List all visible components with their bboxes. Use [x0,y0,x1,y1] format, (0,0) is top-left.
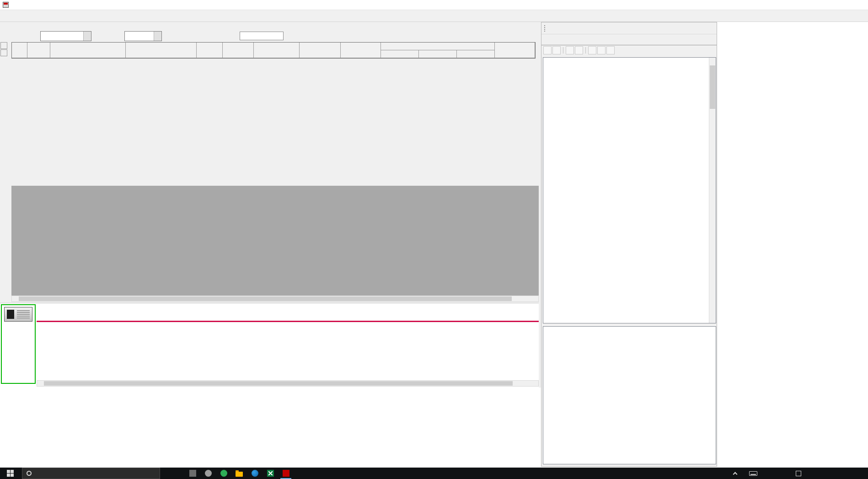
app-icon [252,470,258,477]
file-explorer-icon[interactable] [231,468,247,479]
hidden-icons-chevron-icon[interactable] [733,472,738,477]
notification-center-icon[interactable] [796,471,801,476]
chevron-down-icon[interactable] [83,32,91,41]
view-grid-icon[interactable] [543,46,552,54]
scroll-right-icon[interactable] [532,381,538,386]
app-icon [267,470,274,477]
sort-az-icon[interactable] [552,46,561,54]
header-remote-points [300,43,341,58]
header-model [50,43,126,58]
configuration-pane [0,22,539,303]
network-trunk-line [37,321,539,322]
collapse-all-icon[interactable] [575,46,583,54]
header-send [381,50,419,58]
station-table [11,42,536,59]
link-scan-time-value [240,32,284,40]
header-auto [457,50,495,58]
header-extended-cyclic [254,43,300,58]
browser-icon[interactable] [247,468,263,479]
header-buffer-group [381,43,495,50]
scrollbar-track[interactable] [709,65,716,316]
header-occupied-stations [223,43,254,58]
empty-table-area [11,186,539,296]
app-icon [220,470,227,477]
search-icon [27,471,32,476]
header-receive [419,50,457,58]
header-version [197,43,223,58]
panel-close-icon[interactable] [707,25,714,32]
scroll-left-icon[interactable] [37,381,43,386]
taskbar [0,468,868,479]
master-station-box[interactable] [1,304,36,384]
master-module-image [4,307,32,322]
taskbar-app-icon[interactable] [185,468,200,479]
scroll-down-icon[interactable] [709,316,716,323]
header-reserve-invalid [341,43,381,58]
folder-icon [236,472,243,477]
table-horizontal-scrollbar[interactable] [11,296,539,302]
menu-bar [0,10,868,22]
scrollbar-thumb[interactable] [44,381,513,386]
workspace-background [0,388,541,468]
drag-handle-icon[interactable] [544,25,546,32]
windows-logo-icon [7,470,10,473]
scroll-down-button[interactable] [0,49,7,56]
app-icon [283,470,289,477]
scrollbar-track[interactable] [43,381,532,386]
move-up-icon[interactable] [588,46,596,54]
taskbar-app-icons [185,468,294,479]
panel-tabs [541,34,717,45]
header-icon-column [12,43,27,58]
delete-icon[interactable] [606,46,615,54]
header-station-number [27,43,50,58]
taskbar-search[interactable] [22,468,160,479]
scrollbar-thumb[interactable] [19,296,512,301]
app-icon [205,470,212,477]
panel-menu-icon[interactable] [697,25,705,32]
toolbar-separator [563,47,563,54]
module-tree [543,57,716,323]
panel-header[interactable] [541,22,717,34]
header-station-type [126,43,197,58]
workspace-background [717,22,868,468]
scroll-up-button[interactable] [0,42,7,49]
taskbar-app-icon[interactable] [200,468,216,479]
header-station-mode [495,43,535,58]
scroll-left-icon[interactable] [12,296,18,301]
move-down-icon[interactable] [597,46,605,54]
minimize-button[interactable] [806,0,827,10]
taskbar-app-icon[interactable] [216,468,231,479]
module-list-panel [541,22,717,467]
speed-select[interactable] [124,31,162,41]
mode-select[interactable] [40,31,91,41]
start-button[interactable] [0,468,20,479]
app-icon [3,2,9,8]
active-app-icon[interactable] [278,468,294,479]
toolbar-separator [585,47,586,54]
tree-vertical-scrollbar[interactable] [709,58,716,323]
scroll-right-icon[interactable] [532,296,538,301]
expand-all-icon[interactable] [566,46,574,54]
title-bar [0,0,868,10]
excel-icon[interactable] [263,468,278,479]
scroll-up-icon[interactable] [709,58,716,65]
scrollbar-thumb[interactable] [710,65,715,109]
network-diagram [0,303,539,388]
panel-toolbar [541,45,717,55]
diagram-horizontal-scrollbar[interactable] [37,380,539,387]
module-detail-area [543,326,716,464]
scrollbar-track[interactable] [18,296,532,301]
chevron-down-icon[interactable] [154,32,161,41]
touch-keyboard-icon[interactable] [749,471,757,476]
maximize-button[interactable] [827,0,847,10]
table-header [12,43,535,58]
close-button[interactable] [847,0,868,10]
app-icon [189,470,196,477]
